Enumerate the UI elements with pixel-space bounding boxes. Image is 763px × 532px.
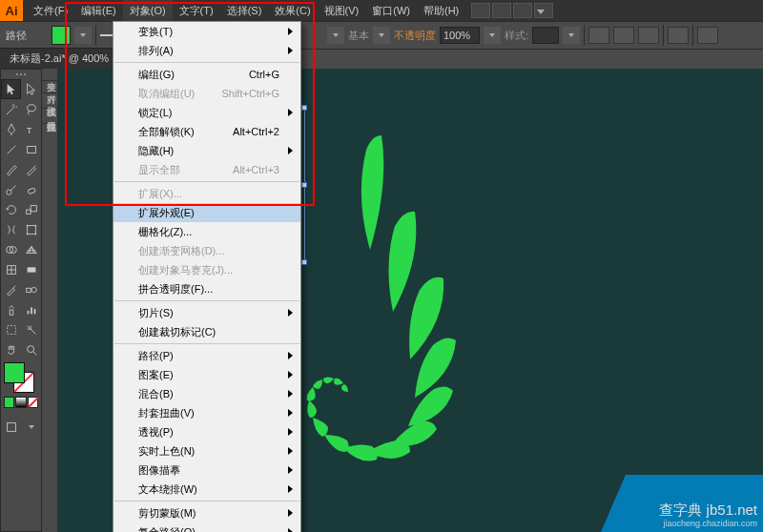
- menu-文字[interactable]: 文字(T): [173, 0, 220, 21]
- layout-icon-1[interactable]: [471, 3, 490, 18]
- layout-icon-dropdown[interactable]: [534, 3, 553, 18]
- menu-item[interactable]: 混合(B): [113, 384, 300, 403]
- screen-mode-dropdown[interactable]: [21, 417, 41, 437]
- menu-效果[interactable]: 效果(C): [268, 0, 317, 21]
- fill-color[interactable]: [4, 362, 25, 383]
- align-icon-2[interactable]: [613, 27, 634, 44]
- selection-tool[interactable]: [1, 79, 21, 99]
- opacity-label[interactable]: 不透明度: [394, 29, 436, 43]
- menu-视图[interactable]: 视图(V): [318, 0, 366, 21]
- menu-item-label: 锁定(L): [138, 106, 172, 120]
- layout-icon-2[interactable]: [492, 3, 511, 18]
- menu-item[interactable]: 栅格化(Z)...: [113, 222, 300, 241]
- menu-item-label: 图案(E): [138, 368, 174, 382]
- menu-item[interactable]: 编组(G)Ctrl+G: [113, 65, 300, 84]
- menu-文件[interactable]: 文件(F): [27, 0, 74, 21]
- menu-item-label: 剪切蒙版(M): [138, 506, 196, 521]
- shape-builder-tool[interactable]: [1, 239, 21, 259]
- menu-item-label: 编组(G): [138, 68, 175, 82]
- svg-point-10: [34, 224, 36, 226]
- blob-brush-tool[interactable]: [1, 179, 21, 199]
- submenu-arrow-icon: [288, 309, 293, 317]
- column-graph-tool[interactable]: [21, 299, 41, 319]
- handle-se[interactable]: [301, 259, 307, 265]
- submenu-arrow-icon: [288, 466, 293, 474]
- paintbrush-tool[interactable]: [1, 159, 21, 179]
- svg-line-27: [32, 351, 36, 355]
- menu-item[interactable]: 剪切蒙版(M): [113, 503, 300, 522]
- svg-point-0: [27, 104, 35, 111]
- menu-item[interactable]: 拼合透明度(F)...: [113, 279, 300, 298]
- menu-item[interactable]: 实时上色(N): [113, 441, 300, 460]
- free-transform-tool[interactable]: [21, 219, 41, 239]
- menu-item[interactable]: 隐藏(H): [113, 141, 300, 160]
- menu-对象[interactable]: 对象(O): [123, 0, 173, 21]
- menu-窗口[interactable]: 窗口(W): [365, 0, 417, 21]
- slice-tool[interactable]: [21, 319, 41, 339]
- submenu-arrow-icon: [288, 409, 293, 417]
- pencil-tool[interactable]: [21, 159, 41, 179]
- menu-item[interactable]: 锁定(L): [113, 103, 300, 122]
- zoom-tool[interactable]: [21, 339, 41, 359]
- rectangle-tool[interactable]: [21, 139, 41, 159]
- brush-dropdown[interactable]: [327, 27, 344, 44]
- menu-item[interactable]: 文本绕排(W): [113, 480, 300, 499]
- mesh-tool[interactable]: [1, 259, 21, 279]
- menu-帮助[interactable]: 帮助(H): [417, 0, 465, 21]
- color-mode-gradient[interactable]: [15, 397, 26, 408]
- line-tool[interactable]: [1, 139, 21, 159]
- menu-item[interactable]: 变换(T): [113, 22, 300, 41]
- handle-e[interactable]: [301, 182, 307, 188]
- menu-item[interactable]: 复合路径(O): [113, 522, 300, 532]
- lasso-tool[interactable]: [21, 99, 41, 119]
- eraser-tool[interactable]: [21, 179, 41, 199]
- align-icon-1[interactable]: [588, 27, 609, 44]
- basic-dropdown[interactable]: [373, 27, 390, 44]
- menu-separator: [114, 343, 299, 344]
- transform-icon[interactable]: [668, 27, 689, 44]
- fill-color-swatch[interactable]: [52, 26, 71, 45]
- style-swatch[interactable]: [532, 27, 559, 44]
- menu-item[interactable]: 图案(E): [113, 365, 300, 384]
- scale-tool[interactable]: [21, 199, 41, 219]
- opacity-field[interactable]: 100%: [440, 27, 480, 44]
- more-icon[interactable]: [697, 27, 718, 44]
- menu-item[interactable]: 创建裁切标记(C): [113, 322, 300, 341]
- eyedropper-tool[interactable]: [1, 279, 21, 299]
- menu-item[interactable]: 全部解锁(K)Alt+Ctrl+2: [113, 122, 300, 141]
- hand-tool[interactable]: [1, 339, 21, 359]
- gradient-tool[interactable]: [21, 259, 41, 279]
- direct-selection-tool[interactable]: [21, 79, 41, 99]
- type-tool[interactable]: T: [21, 119, 41, 139]
- menu-item-label: 显示全部: [138, 163, 180, 177]
- blend-tool[interactable]: [21, 279, 41, 299]
- menu-item[interactable]: 排列(A): [113, 41, 300, 60]
- menu-选择[interactable]: 选择(S): [220, 0, 269, 21]
- magic-wand-tool[interactable]: [1, 99, 21, 119]
- path-label: 路径: [6, 29, 27, 43]
- menu-item[interactable]: 图像描摹: [113, 460, 300, 480]
- style-dropdown[interactable]: [563, 27, 580, 44]
- menu-item[interactable]: 扩展外观(E): [113, 203, 300, 222]
- rotate-tool[interactable]: [1, 199, 21, 219]
- menu-item[interactable]: 封套扭曲(V): [113, 403, 300, 422]
- handle-ne[interactable]: [301, 105, 307, 111]
- symbol-sprayer-tool[interactable]: [1, 299, 21, 319]
- fill-dropdown[interactable]: [74, 27, 92, 44]
- menu-item[interactable]: 透视(P): [113, 422, 300, 441]
- screen-mode-normal[interactable]: [1, 417, 21, 437]
- perspective-grid-tool[interactable]: [21, 239, 41, 259]
- layout-icon-3[interactable]: [513, 3, 532, 18]
- menu-item[interactable]: 切片(S): [113, 303, 300, 322]
- align-icon-3[interactable]: [638, 27, 659, 44]
- color-mode-solid[interactable]: [4, 397, 14, 408]
- artboard-tool[interactable]: [1, 319, 21, 339]
- menu-item[interactable]: 路径(P): [113, 346, 300, 365]
- color-mode-none[interactable]: [28, 397, 38, 408]
- opacity-dropdown[interactable]: [484, 27, 501, 44]
- width-tool[interactable]: [1, 219, 21, 239]
- svg-point-20: [31, 287, 36, 292]
- color-picker[interactable]: [1, 359, 41, 411]
- pen-tool[interactable]: [1, 119, 21, 139]
- menu-编辑[interactable]: 编辑(E): [74, 0, 123, 21]
